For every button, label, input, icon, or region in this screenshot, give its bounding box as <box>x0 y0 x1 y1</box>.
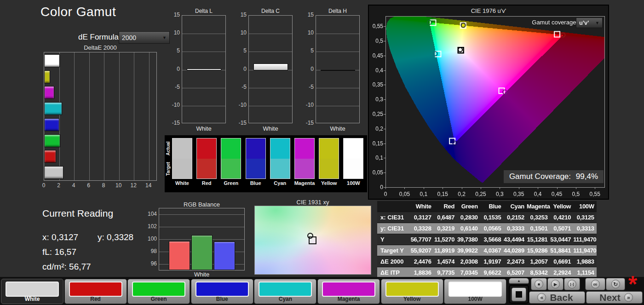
swatch-target <box>270 159 290 179</box>
patch-button-green[interactable]: Green <box>127 279 190 304</box>
swatch-label: Yellow <box>316 180 341 186</box>
deltae-x-tick: 10 <box>114 182 123 189</box>
table-cell: 1,1154 <box>573 269 597 276</box>
deltae-chart <box>44 52 157 181</box>
delta-y-tick: -15 <box>167 120 180 126</box>
swatch-green <box>221 138 241 179</box>
expand-panel-button[interactable]: ▲ <box>509 278 529 284</box>
stop-button[interactable]: ■ <box>531 278 547 290</box>
swatch-target <box>344 159 363 179</box>
single-measure-button[interactable]: [-] <box>564 278 580 290</box>
table-cell: 43,4494 <box>503 236 527 243</box>
delta-gridline <box>182 88 225 88</box>
swatch-label: Cyan <box>268 180 293 186</box>
table-cell: 111,9470 <box>573 236 597 243</box>
table-cell: 4,0367 <box>480 247 504 254</box>
cie1931-title: CIE 1931 xy <box>254 199 371 206</box>
deltae-x-tick: 2 <box>54 182 63 189</box>
table-cell: 8,5342 <box>527 269 550 276</box>
deltae-bar-cyan <box>44 102 62 115</box>
rgb-y-tick: 104 <box>144 211 157 217</box>
patch-button-magenta[interactable]: Magenta <box>317 279 380 304</box>
reading-y: y: 0,3328 <box>98 232 133 242</box>
swatch-cyan <box>270 138 290 179</box>
gamut-coverage-dropdown[interactable]: u'v' ▼ <box>576 17 603 28</box>
cie1976-diagram <box>369 6 608 199</box>
delta-y-tick: 0 <box>167 66 180 72</box>
patch-button-label: Blue <box>191 296 253 302</box>
delta-x-label: White <box>316 125 360 132</box>
delta-y-tick: -15 <box>301 120 314 126</box>
pattern-window-button[interactable] <box>509 285 529 304</box>
rgb-y-tick: 96 <box>144 260 157 267</box>
delta-gridline <box>316 52 359 52</box>
table-row: Target Y55,920711,891939,99224,036744,02… <box>377 245 597 256</box>
swatch-target <box>295 159 314 179</box>
swatch-label: Blue <box>243 180 268 186</box>
chevron-down-icon: ▼ <box>162 35 167 40</box>
patch-button-100w[interactable]: 100W <box>444 279 506 304</box>
patch-swatch <box>132 282 185 297</box>
table-cell: 44,0289 <box>503 247 527 254</box>
table-cell: 0,1535 <box>480 214 504 221</box>
cie1931-diagram <box>254 206 371 275</box>
gamut-coverage-badge-value: 99,4% <box>576 172 598 181</box>
delta-gridline <box>316 106 359 106</box>
table-row-label: x: CIE31 <box>377 214 410 221</box>
delta-gridline <box>182 34 225 34</box>
chevron-down-icon: ▼ <box>595 21 599 25</box>
table-row: x: CIE310,31270,64870,28300,15350,21520,… <box>377 212 597 223</box>
rgb-y-tick: 98 <box>144 248 157 254</box>
patch-button-yellow[interactable]: Yellow <box>381 279 443 304</box>
table-header-100w: 100W <box>573 203 597 210</box>
swatch-label: Magenta <box>292 180 317 186</box>
delta-gridline <box>316 34 359 34</box>
delta-y-tick: 10 <box>234 29 247 36</box>
deltae-bar-magenta <box>44 86 54 99</box>
deltae-bar-yellow <box>44 70 50 83</box>
de-formula-label: dE Formula: <box>78 33 121 42</box>
delta-y-tick: 5 <box>234 47 247 54</box>
back-button[interactable]: « Back <box>529 291 585 304</box>
gamut-coverage-label: Gamut coverage: <box>532 19 578 26</box>
patch-button-white[interactable]: White <box>1 279 63 304</box>
continuous-measure-button[interactable]: ∞ <box>585 278 605 290</box>
table-header-white: White <box>410 203 434 210</box>
deltae-gridline <box>119 52 120 180</box>
delta-chart-delta-l <box>182 15 226 123</box>
table-cell: 0,6691 <box>550 258 574 265</box>
delta-chart-title: Delta L <box>182 8 226 14</box>
next-button[interactable]: Next » <box>586 291 643 304</box>
table-cell: 2,2473 <box>503 258 527 265</box>
table-cell: 0,6487 <box>434 214 457 221</box>
table-cell: 1,2057 <box>527 258 550 265</box>
table-cell: 3,5668 <box>480 236 504 243</box>
measurement-table: WhiteRedGreenBlueCyanMagentaYellow100Wx:… <box>377 201 597 278</box>
patch-swatch <box>69 282 122 297</box>
deltae-gridline <box>134 52 134 180</box>
table-cell: 0,2152 <box>503 214 527 221</box>
deltae-gridline <box>74 52 75 180</box>
deltae-bar-green <box>44 134 60 147</box>
table-row-label: Y <box>377 236 410 243</box>
table-cell: 0,4210 <box>550 214 574 221</box>
chevron-up-icon: ▲ <box>517 279 521 283</box>
table-header-yellow: Yellow <box>550 203 574 210</box>
patch-button-red[interactable]: Red <box>64 279 127 304</box>
actual-target-swatch-panel: ActualTargetWhiteRedGreenBlueCyanMagenta… <box>165 135 367 192</box>
table-header-magenta: Magenta <box>527 203 550 210</box>
table-cell: 0,1501 <box>527 225 550 232</box>
delta-gridline <box>249 106 292 106</box>
deltae-gridline <box>59 52 60 180</box>
patch-button-cyan[interactable]: Cyan <box>254 279 316 304</box>
table-cell: 9,6622 <box>480 269 504 276</box>
table-cell: 1,9197 <box>480 258 504 265</box>
de-formula-dropdown[interactable]: 2000 ▼ <box>119 31 170 44</box>
table-row-label: y: CIE31 <box>377 225 410 232</box>
loop-button[interactable]: ↻ <box>606 278 625 290</box>
play-button[interactable]: ▶ <box>547 278 564 290</box>
patch-button-blue[interactable]: Blue <box>191 279 253 304</box>
table-row-label: Target Y <box>377 247 410 254</box>
deltae-x-tick: 14 <box>144 182 153 189</box>
table-cell: 1,4574 <box>434 258 457 265</box>
